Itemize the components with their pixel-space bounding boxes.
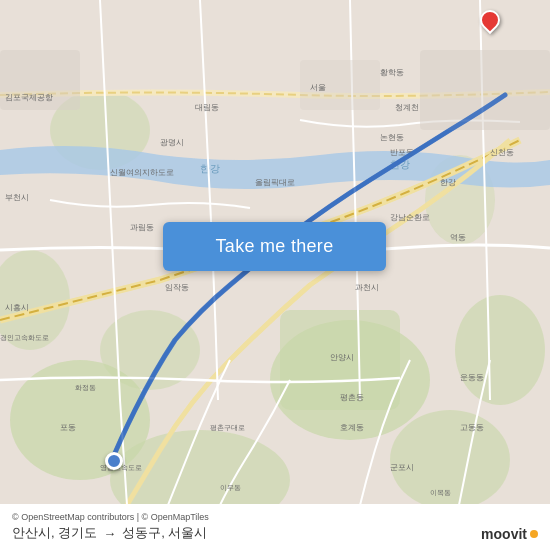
svg-text:경인고속화도로: 경인고속화도로 (0, 334, 49, 342)
map-background: 한강 한강 김포국제공항 부천시 시흥시 포동 (0, 0, 550, 550)
svg-text:군포시: 군포시 (390, 463, 414, 472)
svg-text:운동동: 운동동 (460, 373, 484, 382)
svg-rect-13 (420, 50, 550, 130)
svg-text:안양시: 안양시 (330, 353, 354, 362)
svg-text:이목동: 이목동 (430, 489, 451, 497)
svg-text:포동: 포동 (60, 423, 76, 432)
moovit-name: moovit (481, 526, 527, 542)
svg-text:신월여의지하도로: 신월여의지하도로 (110, 168, 174, 177)
svg-text:반포동: 반포동 (390, 148, 414, 157)
route-info: 안산시, 경기도 → 성동구, 서울시 (12, 524, 538, 542)
map-container: 한강 한강 김포국제공항 부천시 시흥시 포동 (0, 0, 550, 550)
svg-text:과림동: 과림동 (130, 223, 154, 232)
route-arrow: → (103, 526, 116, 541)
svg-text:올림픽대로: 올림픽대로 (255, 178, 295, 187)
svg-text:이무동: 이무동 (220, 484, 241, 491)
svg-text:서울: 서울 (310, 83, 326, 92)
svg-text:한강: 한강 (200, 163, 220, 174)
svg-text:과천시: 과천시 (355, 283, 379, 292)
svg-text:광명시: 광명시 (160, 138, 184, 147)
destination-marker (480, 10, 500, 36)
moovit-logo: moovit (481, 526, 538, 542)
svg-text:김포국제공항: 김포국제공항 (5, 93, 53, 102)
map-attribution: © OpenStreetMap contributors | © OpenMap… (12, 512, 538, 522)
svg-text:역동: 역동 (450, 233, 466, 242)
svg-text:평촌동: 평촌동 (340, 393, 364, 402)
svg-text:부천시: 부천시 (5, 193, 29, 202)
svg-text:청계천: 청계천 (395, 103, 419, 112)
svg-point-7 (455, 295, 545, 405)
svg-text:강남순환로: 강남순환로 (390, 213, 430, 222)
svg-text:시흥시: 시흥시 (5, 303, 29, 312)
svg-text:호계동: 호계동 (340, 423, 364, 432)
origin-marker (105, 452, 123, 470)
button-label: Take me there (216, 236, 334, 257)
svg-text:한강: 한강 (440, 178, 456, 187)
svg-text:임작동: 임작동 (165, 283, 189, 292)
svg-text:논현동: 논현동 (380, 133, 404, 142)
svg-text:신천동: 신천동 (490, 148, 514, 157)
route-destination: 성동구, 서울시 (122, 524, 207, 542)
svg-text:대림동: 대림동 (195, 103, 219, 112)
take-me-there-button[interactable]: Take me there (163, 222, 386, 271)
svg-text:평촌구대로: 평촌구대로 (210, 424, 245, 431)
bottom-bar: © OpenStreetMap contributors | © OpenMap… (0, 504, 550, 550)
route-origin: 안산시, 경기도 (12, 524, 97, 542)
moovit-dot-icon (530, 530, 538, 538)
svg-text:화정동: 화정동 (75, 384, 96, 391)
svg-text:고동동: 고동동 (460, 423, 484, 432)
svg-text:황학동: 황학동 (380, 68, 404, 77)
